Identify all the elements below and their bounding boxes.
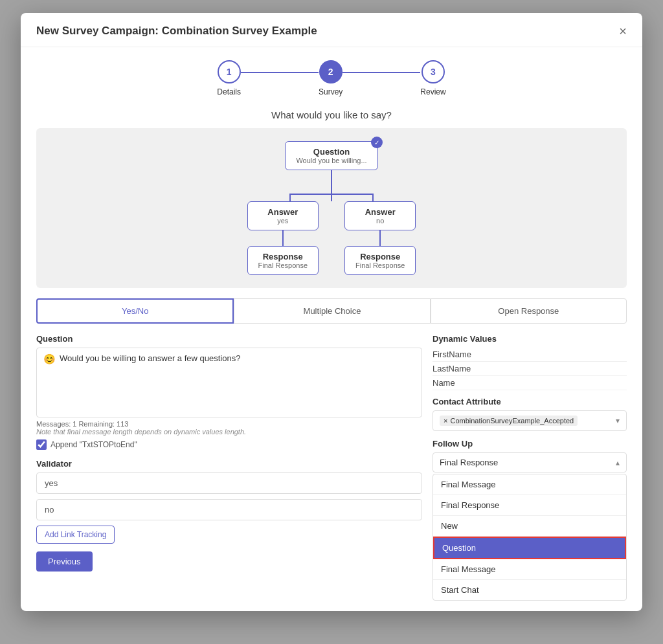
fc-vline-no bbox=[379, 230, 381, 246]
step-2-circle: 2 bbox=[319, 60, 343, 83]
step-1-label: Details bbox=[217, 87, 241, 96]
step-2: 2 Survey bbox=[319, 60, 343, 96]
dv-name[interactable]: Name bbox=[433, 376, 627, 390]
modal-title: New Survey Campaign: Combination Survey … bbox=[36, 25, 317, 38]
contact-attr-label: Contact Attribute bbox=[433, 397, 627, 406]
append-checkbox[interactable] bbox=[36, 439, 47, 450]
fc-answer-row: Answer yes Response Final Response bbox=[247, 201, 416, 275]
survey-modal: New Survey Campaign: Combination Survey … bbox=[21, 13, 642, 611]
validator-label: Validator bbox=[36, 459, 422, 469]
modal-body: What would you like to say? Question Wou… bbox=[21, 103, 642, 611]
tab-open-response[interactable]: Open Response bbox=[431, 298, 627, 324]
step-line-2-3 bbox=[343, 72, 420, 73]
contact-attr-badge: × CombinationSurveyExample_Accepted bbox=[440, 416, 578, 426]
fc-question-title: Question bbox=[296, 147, 366, 157]
follow-up-chevron-icon: ▴ bbox=[616, 458, 620, 467]
emoji-icon: 😊 bbox=[43, 353, 56, 365]
dynamic-values-list: FirstName LastName Name bbox=[433, 348, 627, 390]
fc-response-yes-title: Response bbox=[258, 252, 308, 261]
left-column: Question 😊 Messages: 1 Remaining: 113 No… bbox=[36, 334, 422, 601]
follow-up-label: Follow Up bbox=[433, 439, 627, 449]
follow-up-select[interactable]: Final Response ▴ bbox=[433, 452, 627, 472]
fc-answer-no-sub: no bbox=[355, 217, 405, 225]
fc-answer-no[interactable]: Answer no bbox=[344, 201, 416, 230]
step-3: 3 Review bbox=[420, 60, 445, 96]
fc-vline-top bbox=[331, 170, 332, 186]
question-label: Question bbox=[36, 334, 422, 344]
fc-response-yes[interactable]: Response Final Response bbox=[247, 246, 319, 275]
step-3-label: Review bbox=[420, 87, 445, 96]
fc-question-node[interactable]: Question Would you be willing... ✓ bbox=[285, 141, 377, 170]
validator-section: Validator bbox=[36, 459, 422, 526]
fc-answer-no-col: Answer no Response Final Response bbox=[344, 201, 416, 275]
step-3-circle: 3 bbox=[421, 60, 445, 83]
tabs-row: Yes/No Multiple Choice Open Response bbox=[36, 298, 627, 324]
fc-response-no[interactable]: Response Final Response bbox=[344, 246, 416, 275]
fc-question-sub: Would you be willing... bbox=[296, 157, 366, 164]
messages-note: Note that final message length depends o… bbox=[36, 428, 422, 436]
fc-response-yes-sub: Final Response bbox=[258, 261, 308, 269]
fc-answer-yes[interactable]: Answer yes bbox=[247, 201, 319, 230]
follow-up-selected-value: Final Response bbox=[440, 458, 498, 467]
dropdown-item-start-chat[interactable]: Start Chat bbox=[433, 580, 626, 600]
fc-answer-yes-sub: yes bbox=[258, 217, 308, 225]
dv-firstname[interactable]: FirstName bbox=[433, 348, 627, 362]
dropdown-item-question[interactable]: Question bbox=[433, 537, 626, 559]
modal-header: New Survey Campaign: Combination Survey … bbox=[21, 13, 642, 47]
fc-question-badge: ✓ bbox=[371, 137, 383, 148]
append-label: Append "TxtSTOPtoEnd" bbox=[51, 440, 137, 449]
step-line-1-2 bbox=[241, 72, 319, 73]
tab-yes-no[interactable]: Yes/No bbox=[36, 298, 234, 324]
step-1-circle: 1 bbox=[218, 60, 241, 83]
fc-vline-yes bbox=[282, 230, 284, 246]
right-column: Dynamic Values FirstName LastName Name C… bbox=[433, 334, 627, 601]
content-row: Question 😊 Messages: 1 Remaining: 113 No… bbox=[36, 334, 627, 601]
section-title: What would you like to say? bbox=[36, 109, 627, 120]
fc-answer-no-title: Answer bbox=[355, 207, 405, 217]
dropdown-item-final-message-2[interactable]: Final Message bbox=[433, 559, 626, 580]
follow-up-dropdown: Final Message Final Response New Questio… bbox=[433, 474, 627, 601]
question-textarea[interactable] bbox=[60, 353, 415, 412]
close-button[interactable]: × bbox=[619, 25, 627, 38]
dropdown-item-new[interactable]: New bbox=[433, 516, 626, 537]
stepper: 1 Details 2 Survey 3 Review bbox=[21, 47, 642, 103]
dynamic-values-label: Dynamic Values bbox=[433, 334, 627, 344]
step-1: 1 Details bbox=[217, 60, 241, 96]
question-textarea-wrap: 😊 bbox=[36, 348, 422, 417]
flowchart: Question Would you be willing... ✓ bbox=[247, 141, 416, 275]
dropdown-item-final-message-1[interactable]: Final Message bbox=[433, 474, 626, 495]
previous-button[interactable]: Previous bbox=[36, 551, 93, 572]
messages-info: Messages: 1 Remaining: 113 bbox=[36, 420, 422, 428]
fc-response-no-sub: Final Response bbox=[355, 261, 405, 269]
step-2-label: Survey bbox=[319, 87, 343, 96]
fc-answer-yes-col: Answer yes Response Final Response bbox=[247, 201, 319, 275]
contact-attr-select[interactable]: × CombinationSurveyExample_Accepted ▾ bbox=[433, 410, 627, 431]
validator-yes-input[interactable] bbox=[36, 472, 422, 494]
append-row: Append "TxtSTOPtoEnd" bbox=[36, 439, 422, 450]
validator-no-input[interactable] bbox=[36, 499, 422, 520]
chevron-down-icon: ▾ bbox=[616, 416, 620, 425]
dropdown-item-final-response[interactable]: Final Response bbox=[433, 495, 626, 516]
flowchart-area: Question Would you be willing... ✓ bbox=[36, 128, 627, 288]
tab-multiple-choice[interactable]: Multiple Choice bbox=[234, 298, 430, 324]
fc-answer-yes-title: Answer bbox=[258, 207, 308, 217]
fc-response-no-title: Response bbox=[355, 252, 405, 261]
fc-branch-lines bbox=[247, 186, 416, 201]
dv-lastname[interactable]: LastName bbox=[433, 362, 627, 376]
add-link-tracking-button[interactable]: Add Link Tracking bbox=[36, 526, 115, 544]
